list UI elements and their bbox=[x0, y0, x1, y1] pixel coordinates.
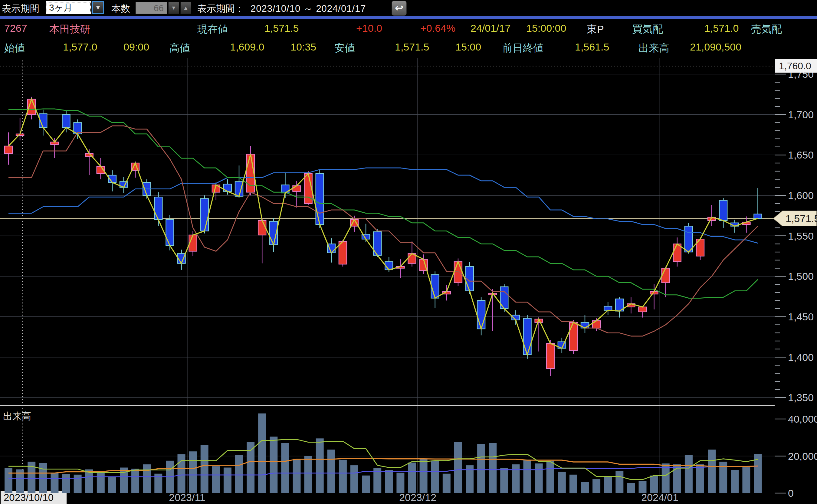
candle bbox=[5, 146, 12, 153]
period-select[interactable]: 3ヶ月 bbox=[46, 1, 91, 14]
low-value: 1,571.5 bbox=[395, 41, 429, 53]
return-arrow-icon: ↩ bbox=[395, 2, 404, 14]
candle bbox=[166, 220, 174, 246]
bid-value: 1,571.0 bbox=[704, 22, 739, 34]
candle bbox=[62, 115, 70, 128]
count-increment-button[interactable]: ▲ bbox=[180, 2, 191, 14]
candle bbox=[454, 262, 462, 283]
open-value: 1,577.0 bbox=[63, 41, 97, 53]
volume-pane-label: 出来高 bbox=[3, 411, 31, 421]
candle bbox=[247, 154, 254, 192]
chart-area[interactable]: 1,7501,7001,6501,6001,5501,5001,4501,400… bbox=[0, 56, 817, 504]
candle bbox=[258, 221, 266, 235]
high-label: 高値 bbox=[169, 41, 190, 55]
bid-label: 買気配 bbox=[632, 22, 663, 36]
svg-text:1,760.0: 1,760.0 bbox=[779, 61, 811, 71]
svg-text:1,550: 1,550 bbox=[788, 230, 814, 242]
svg-text:1,600: 1,600 bbox=[788, 190, 814, 201]
prev-close-value: 1,561.5 bbox=[575, 41, 609, 53]
candlestick-volume-chart[interactable]: 1,7501,7001,6501,6001,5501,5001,4501,400… bbox=[0, 56, 817, 504]
quote-row-1: 7267 本田技研 現在値 1,571.5 +10.0 +0.64% 24/01… bbox=[0, 19, 817, 38]
range-value: 2023/10/10 ～ 2024/01/17 bbox=[251, 2, 366, 15]
svg-text:40,000K: 40,000K bbox=[788, 413, 817, 425]
svg-text:1,350: 1,350 bbox=[788, 392, 814, 403]
candle bbox=[316, 174, 324, 224]
high-value: 1,609.0 bbox=[230, 41, 264, 53]
open-time: 09:00 bbox=[123, 41, 149, 53]
change-percent: +0.64% bbox=[420, 22, 455, 34]
candle bbox=[754, 214, 762, 218]
svg-text:1,700: 1,700 bbox=[788, 109, 814, 120]
candle bbox=[662, 268, 670, 283]
svg-text:1,571.5: 1,571.5 bbox=[786, 213, 817, 224]
candle bbox=[154, 197, 162, 220]
quote-time: 15:00:00 bbox=[526, 22, 566, 34]
svg-text:0: 0 bbox=[788, 487, 794, 499]
prev-close-label: 前日終値 bbox=[502, 41, 543, 55]
stock-name: 本田技研 bbox=[49, 22, 90, 36]
stock-code: 7267 bbox=[4, 22, 27, 34]
bar-count-label: 本数 bbox=[111, 2, 130, 15]
current-price-line: 1,571.5 bbox=[0, 97, 817, 480]
candle bbox=[477, 300, 485, 329]
candle bbox=[639, 307, 647, 312]
change-value: +10.0 bbox=[356, 22, 382, 34]
candle bbox=[673, 244, 681, 262]
candle bbox=[546, 343, 554, 368]
ask-label: 売気配 bbox=[751, 22, 782, 36]
quote-date: 24/01/17 bbox=[471, 22, 510, 34]
quote-row-2: 始値 1,577.0 09:00 高値 1,609.0 10:35 安値 1,5… bbox=[0, 38, 817, 56]
display-period-label: 表示期間 bbox=[2, 2, 39, 15]
candle bbox=[685, 226, 693, 252]
svg-text:2023/12: 2023/12 bbox=[399, 492, 436, 503]
svg-text:1,650: 1,650 bbox=[788, 149, 814, 161]
candle bbox=[719, 200, 727, 221]
volume-bars bbox=[5, 414, 762, 493]
current-value: 1,571.5 bbox=[264, 22, 299, 34]
range-label: 表示期間： bbox=[197, 2, 244, 15]
candle bbox=[592, 321, 600, 328]
svg-text:2023/11: 2023/11 bbox=[169, 492, 205, 503]
volume-label: 出来高 bbox=[638, 41, 669, 55]
svg-text:2023/10/10: 2023/10/10 bbox=[4, 492, 54, 503]
candle bbox=[604, 306, 612, 310]
low-label: 安値 bbox=[334, 41, 355, 55]
market-segment: 東P bbox=[587, 22, 604, 36]
candle bbox=[523, 318, 531, 355]
candle bbox=[569, 322, 577, 351]
candle bbox=[293, 186, 301, 191]
svg-text:1,450: 1,450 bbox=[788, 311, 814, 322]
bar-count-input[interactable]: 66 bbox=[136, 2, 167, 14]
open-label: 始値 bbox=[4, 41, 25, 55]
month-grid: 2023/112023/122024/01 bbox=[169, 58, 678, 503]
low-time: 15:00 bbox=[455, 41, 481, 53]
candle bbox=[235, 182, 243, 196]
svg-text:20,000K: 20,000K bbox=[788, 450, 817, 462]
volume-value: 21,090,500 bbox=[690, 41, 741, 53]
current-price-badge: 1,571.5 bbox=[773, 211, 817, 226]
blue-divider bbox=[0, 16, 817, 19]
current-label: 現在値 bbox=[197, 22, 228, 36]
period-select-arrow-icon[interactable]: ▼ bbox=[92, 1, 104, 14]
candle bbox=[201, 199, 208, 231]
svg-text:2024/01: 2024/01 bbox=[641, 492, 678, 503]
count-decrement-button[interactable]: ▼ bbox=[168, 2, 179, 14]
svg-text:1,500: 1,500 bbox=[788, 270, 814, 282]
high-time: 10:35 bbox=[290, 41, 316, 53]
toolbar: 表示期間 3ヶ月 ▼ 本数 66 ▼ ▲ 表示期間： 2023/10/10 ～ … bbox=[0, 0, 817, 16]
moving-average-lines bbox=[8, 99, 758, 355]
reset-range-button[interactable]: ↩ bbox=[392, 1, 407, 16]
svg-text:1,400: 1,400 bbox=[788, 352, 814, 363]
candle bbox=[431, 275, 439, 298]
